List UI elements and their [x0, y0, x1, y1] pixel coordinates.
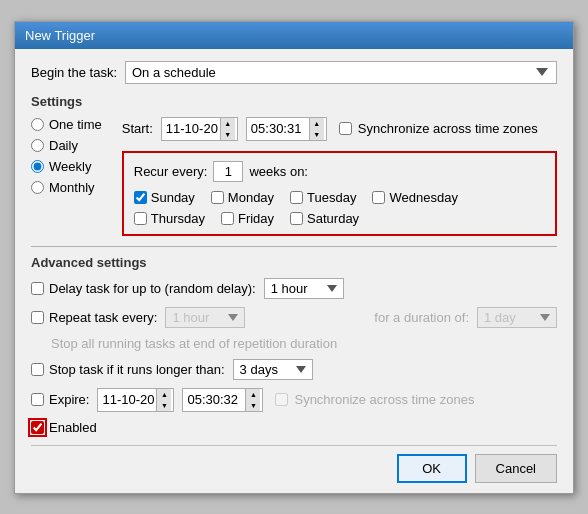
stop-longer-row: Stop task if it runs longer than: 3 days [31, 359, 557, 380]
day-sunday[interactable]: Sunday [134, 190, 195, 205]
recur-label: Recur every: [134, 164, 208, 179]
advanced-label: Advanced settings [31, 255, 557, 270]
expire-sync-row[interactable]: Synchronize across time zones [275, 392, 474, 407]
day-friday[interactable]: Friday [221, 211, 274, 226]
recur-value-input[interactable] [213, 161, 243, 182]
new-trigger-dialog: New Trigger Begin the task: On a schedul… [14, 21, 574, 494]
start-time-up[interactable]: ▲ [310, 118, 324, 129]
stop-longer-select[interactable]: 3 days [233, 359, 313, 380]
delay-select[interactable]: 1 hour [264, 278, 344, 299]
expire-date-up[interactable]: ▲ [157, 389, 171, 400]
start-date-down[interactable]: ▼ [221, 129, 235, 140]
button-row: OK Cancel [31, 445, 557, 483]
sync-timezone-label: Synchronize across time zones [358, 121, 538, 136]
repeat-checkbox-label[interactable]: Repeat task every: [31, 310, 157, 325]
expire-date-input[interactable]: ▲ ▼ [97, 388, 174, 412]
day-tuesday[interactable]: Tuesday [290, 190, 356, 205]
delay-checkbox-label[interactable]: Delay task for up to (random delay): [31, 281, 256, 296]
enabled-row: Enabled [31, 420, 557, 435]
radio-daily[interactable]: Daily [31, 138, 102, 153]
radio-monthly[interactable]: Monthly [31, 180, 102, 195]
settings-label: Settings [31, 94, 557, 109]
start-time-field[interactable] [249, 119, 309, 138]
expire-date-down[interactable]: ▼ [157, 400, 171, 411]
sync-timezone-row[interactable]: Synchronize across time zones [339, 121, 538, 136]
weeks-label: weeks on: [249, 164, 308, 179]
expire-date-spinner[interactable]: ▲ ▼ [156, 389, 171, 411]
expire-row: Expire: ▲ ▼ ▲ ▼ [31, 388, 557, 412]
day-monday[interactable]: Monday [211, 190, 274, 205]
day-thursday[interactable]: Thursday [134, 211, 205, 226]
stop-longer-check[interactable] [31, 363, 44, 376]
start-time-input[interactable]: ▲ ▼ [246, 117, 327, 141]
duration-select[interactable]: 1 day [477, 307, 557, 328]
begin-label: Begin the task: [31, 65, 117, 80]
expire-label: Expire: [49, 392, 89, 407]
start-date-input[interactable]: ▲ ▼ [161, 117, 238, 141]
expire-date-field[interactable] [100, 390, 156, 409]
repeat-check[interactable] [31, 311, 44, 324]
advanced-settings: Advanced settings Delay task for up to (… [31, 246, 557, 435]
start-time-spinner[interactable]: ▲ ▼ [309, 118, 324, 140]
delay-check[interactable] [31, 282, 44, 295]
cancel-button[interactable]: Cancel [475, 454, 557, 483]
expire-checkbox-label[interactable]: Expire: [31, 392, 89, 407]
expire-time-up[interactable]: ▲ [246, 389, 260, 400]
start-date-field[interactable] [164, 119, 220, 138]
day-wednesday[interactable]: Wednesday [372, 190, 457, 205]
repeat-row: Repeat task every: 1 hour for a duration… [31, 307, 557, 328]
stop-longer-checkbox-label[interactable]: Stop task if it runs longer than: [31, 362, 225, 377]
stop-label: Stop all running tasks at end of repetit… [51, 336, 337, 351]
expire-sync-label: Synchronize across time zones [294, 392, 474, 407]
settings-radio-group: One time Daily Weekly Monthly [31, 117, 102, 236]
start-time-down[interactable]: ▼ [310, 129, 324, 140]
day-saturday[interactable]: Saturday [290, 211, 359, 226]
expire-time-down[interactable]: ▼ [246, 400, 260, 411]
expire-check[interactable] [31, 393, 44, 406]
weekly-settings-box: Recur every: weeks on: Sunday Monday [122, 151, 557, 236]
expire-time-input[interactable]: ▲ ▼ [182, 388, 263, 412]
delay-row: Delay task for up to (random delay): 1 h… [31, 278, 557, 299]
repeat-label: Repeat task every: [49, 310, 157, 325]
begin-select[interactable]: On a schedule [125, 61, 557, 84]
expire-time-spinner[interactable]: ▲ ▼ [245, 389, 260, 411]
duration-label: for a duration of: [374, 310, 469, 325]
expire-sync-check[interactable] [275, 393, 288, 406]
stop-all-row: Stop all running tasks at end of repetit… [31, 336, 557, 351]
repeat-select[interactable]: 1 hour [165, 307, 245, 328]
radio-one-time[interactable]: One time [31, 117, 102, 132]
sync-timezone-check[interactable] [339, 122, 352, 135]
start-date-spinner[interactable]: ▲ ▼ [220, 118, 235, 140]
enabled-label: Enabled [49, 420, 97, 435]
delay-label: Delay task for up to (random delay): [49, 281, 256, 296]
dialog-title: New Trigger [15, 22, 573, 49]
expire-time-field[interactable] [185, 390, 245, 409]
start-label: Start: [122, 121, 153, 136]
start-date-up[interactable]: ▲ [221, 118, 235, 129]
stop-longer-label: Stop task if it runs longer than: [49, 362, 225, 377]
radio-weekly[interactable]: Weekly [31, 159, 102, 174]
enabled-check[interactable] [31, 421, 44, 434]
ok-button[interactable]: OK [397, 454, 467, 483]
